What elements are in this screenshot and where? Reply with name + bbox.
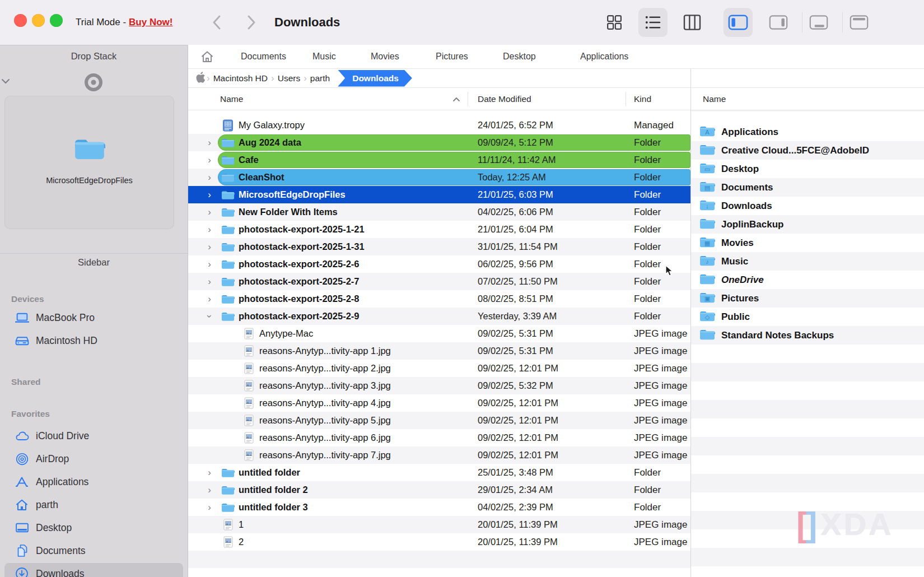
breadcrumb-item-macintosh-hd[interactable]: Macintosh HD	[210, 73, 271, 83]
tab-applications[interactable]: Applications	[577, 45, 632, 68]
breadcrumb-current-downloads[interactable]: Downloads	[338, 70, 412, 87]
toggle-top-panel-button[interactable]	[844, 8, 874, 37]
toggle-left-panel-button[interactable]	[724, 8, 753, 37]
table-row[interactable]: ›Aug 2024 data09/09/24, 5:12 PMFolder	[188, 134, 691, 151]
table-row[interactable]: ›New Folder With Items04/02/25, 6:06 PMF…	[188, 203, 691, 221]
table-row[interactable]: 220/01/25, 11:39 PMJPEG image	[188, 533, 691, 551]
sidebar-item-icloud-drive[interactable]: iCloud Drive	[4, 425, 183, 446]
table-row[interactable]: ›untitled folder25/01/25, 3:48 PMFolder	[188, 464, 691, 481]
table-row[interactable]: ›Cafe11/11/24, 11:42 AMFolder	[188, 151, 691, 169]
table-row[interactable]: reasons-Anytyp...tivity-app 1.jpg09/02/2…	[188, 342, 691, 360]
drop-stack-target-icon[interactable]	[83, 72, 104, 95]
disclosure-chevron[interactable]: ›	[204, 290, 215, 308]
table-row[interactable]: ›CleanShotToday, 12:25 AMFolder	[188, 169, 691, 186]
table-row[interactable]: ›photostack-export-2025-1-2121/01/25, 6:…	[188, 221, 691, 238]
sidebar-item-documents[interactable]: Documents	[4, 540, 183, 561]
column-header-date-modified[interactable]: Date Modified	[478, 88, 531, 110]
forward-button[interactable]	[239, 10, 263, 35]
drop-stack-item[interactable]: MicrosoftEdgeDropFiles	[4, 96, 174, 229]
table-row[interactable]: ›photostack-export-2025-1-3131/01/25, 11…	[188, 238, 691, 255]
sidebar-item-parth[interactable]: parth	[4, 494, 183, 515]
table-row[interactable]: ›MicrosoftEdgeDropFiles21/01/25, 6:03 PM…	[188, 186, 691, 203]
folder-icon	[221, 259, 235, 269]
table-row[interactable]: My Galaxy.tropy24/01/25, 6:52 PMManaged	[188, 117, 691, 134]
collapse-drop-stack-button[interactable]	[1, 77, 10, 87]
column-separator[interactable]	[468, 92, 468, 106]
sidebar-item-desktop[interactable]: Desktop	[4, 517, 183, 538]
disclosure-chevron[interactable]: ›	[204, 499, 215, 516]
disclosure-chevron[interactable]: ›	[204, 481, 215, 499]
table-row[interactable]: ›untitled folder 229/01/25, 2:34 AMFolde…	[188, 481, 691, 499]
disclosure-chevron[interactable]: ›	[204, 169, 215, 186]
sidebar-item-airdrop[interactable]: AirDrop	[4, 448, 183, 469]
toggle-bottom-panel-button[interactable]	[804, 8, 833, 37]
sidebar-item-label: Documents	[36, 545, 86, 557]
table-row[interactable]: ›photostack-export-2025-2-707/02/25, 11:…	[188, 273, 691, 290]
right-panel-folder-downloads[interactable]: ↓Downloads	[691, 197, 924, 215]
disclosure-chevron[interactable]: ›	[204, 203, 215, 221]
zoom-window-button[interactable]	[50, 14, 63, 27]
right-panel-folder-public[interactable]: ◇Public	[691, 308, 924, 326]
table-row[interactable]: reasons-Anytyp...tivity-app 7.jpg09/02/2…	[188, 446, 691, 464]
disclosure-chevron[interactable]: ›	[204, 273, 215, 290]
table-row[interactable]: reasons-Anytyp...tivity-app 5.jpg09/02/2…	[188, 412, 691, 429]
column-view-button[interactable]	[678, 8, 707, 37]
table-row[interactable]: ›photostack-export-2025-2-808/02/25, 8:5…	[188, 290, 691, 308]
home-tab[interactable]	[200, 50, 214, 66]
column-separator[interactable]	[626, 92, 626, 106]
right-panel-folder-desktop[interactable]: ▭Desktop	[691, 160, 924, 178]
right-panel-folder-documents[interactable]: ▤Documents	[691, 178, 924, 197]
right-panel-folder-onedrive[interactable]: OneDrive	[691, 271, 924, 289]
breadcrumb-item-parth[interactable]: parth	[307, 73, 333, 83]
right-panel-folder-movies[interactable]: ▦Movies	[691, 234, 924, 252]
disclosure-chevron[interactable]: ›	[204, 186, 215, 203]
sidebar-item-macintosh-hd[interactable]: Macintosh HD	[4, 330, 183, 351]
right-panel-folder-applications[interactable]: AApplications	[691, 123, 924, 141]
tab-desktop[interactable]: Desktop	[500, 45, 539, 68]
disclosure-chevron[interactable]: ›	[204, 464, 215, 481]
sidebar-item-applications[interactable]: Applications	[4, 471, 183, 492]
icon-view-button[interactable]	[600, 8, 629, 37]
buy-now-link[interactable]: Buy Now!	[129, 17, 172, 28]
jpeg-file-icon	[223, 536, 233, 548]
table-row[interactable]: reasons-Anytyp...tivity-app 2.jpg09/02/2…	[188, 360, 691, 377]
toggle-right-panel-button[interactable]	[764, 8, 793, 37]
table-row[interactable]: reasons-Anytyp...tivity-app 6.jpg09/02/2…	[188, 429, 691, 446]
right-panel-folder-pictures[interactable]: ▣Pictures	[691, 289, 924, 308]
sidebar-item-macbook-pro[interactable]: MacBook Pro	[4, 307, 183, 328]
tab-documents[interactable]: Documents	[237, 45, 290, 68]
apple-icon[interactable]	[196, 72, 206, 85]
disclosure-chevron[interactable]: ›	[204, 134, 215, 151]
disclosure-chevron[interactable]: ›	[204, 151, 215, 169]
list-view-button[interactable]	[638, 8, 668, 37]
disclosure-chevron[interactable]: ›	[204, 221, 215, 238]
table-row[interactable]: ›untitled folder 304/02/25, 2:39 PMFolde…	[188, 499, 691, 516]
column-header-kind[interactable]: Kind	[634, 88, 651, 110]
tab-pictures[interactable]: Pictures	[432, 45, 472, 68]
panel-divider[interactable]	[690, 69, 691, 577]
table-row[interactable]: reasons-Anytyp...tivity-app 4.jpg09/02/2…	[188, 394, 691, 412]
table-row[interactable]: reasons-Anytyp...tivity-app 3.jpg09/02/2…	[188, 377, 691, 394]
right-panel-folder-music[interactable]: ♪Music	[691, 252, 924, 271]
minimize-window-button[interactable]	[32, 14, 45, 27]
right-panel-folder-creative-cloud-5fce-adobeid[interactable]: Creative Cloud...5FCE@AdobeID	[691, 141, 924, 160]
disclosure-chevron[interactable]: ›	[204, 238, 215, 255]
sidebar-item-downloads[interactable]: Downloads	[4, 563, 183, 577]
tab-music[interactable]: Music	[309, 45, 339, 68]
file-kind: Folder	[634, 255, 689, 273]
right-panel-folder-joplinbackup[interactable]: JoplinBackup	[691, 215, 924, 234]
column-header-name[interactable]: Name	[220, 88, 243, 110]
right-panel-folder-standard-notes-backups[interactable]: Standard Notes Backups	[691, 326, 924, 345]
disclosure-chevron[interactable]: ›	[204, 255, 215, 273]
breadcrumb-item-users[interactable]: Users	[274, 73, 304, 83]
back-button[interactable]	[205, 10, 230, 35]
tab-movies[interactable]: Movies	[367, 45, 403, 68]
disclosure-chevron[interactable]: ›	[201, 311, 218, 322]
close-window-button[interactable]	[14, 14, 27, 27]
table-row[interactable]: ›photostack-export-2025-2-606/02/25, 9:5…	[188, 255, 691, 273]
table-row[interactable]: ›photostack-export-2025-2-9Yesterday, 3:…	[188, 308, 691, 325]
table-row[interactable]: 120/01/25, 11:39 PMJPEG image	[188, 516, 691, 533]
table-row[interactable]: Anytype-Mac09/02/25, 5:31 PMJPEG image	[188, 325, 691, 342]
column-header-name[interactable]: Name	[703, 88, 726, 110]
jpeg-file-icon	[244, 449, 254, 461]
